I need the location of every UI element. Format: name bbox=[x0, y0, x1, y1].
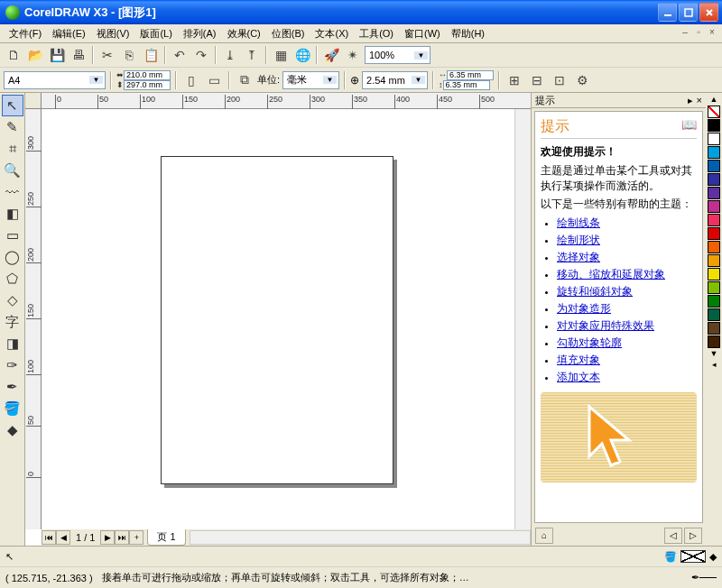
color-swatch[interactable] bbox=[708, 281, 720, 294]
vertical-ruler[interactable]: 300 250 200 150 100 50 0 bbox=[25, 109, 42, 529]
color-swatch[interactable] bbox=[708, 146, 720, 159]
no-fill-swatch[interactable] bbox=[708, 106, 720, 118]
vertical-scrollbar[interactable] bbox=[514, 109, 531, 529]
pick-tool[interactable]: ↖ bbox=[2, 95, 23, 116]
palette-down-icon[interactable]: ▼ bbox=[710, 349, 718, 360]
options-button[interactable]: ⚙ bbox=[572, 70, 592, 90]
polygon-tool[interactable]: ⬠ bbox=[2, 268, 23, 289]
menu-arrange[interactable]: 排列(A) bbox=[178, 25, 222, 42]
zoom-combo[interactable]: ▼ bbox=[365, 46, 430, 64]
redo-button[interactable]: ↷ bbox=[191, 45, 211, 65]
nudge-combo[interactable]: ▼ bbox=[362, 71, 428, 89]
hint-link[interactable]: 勾勒对象轮廓 bbox=[557, 336, 622, 349]
color-swatch[interactable] bbox=[708, 187, 720, 199]
smart-fill-tool[interactable]: ◧ bbox=[2, 203, 23, 225]
book-icon[interactable]: 📖 bbox=[681, 117, 697, 132]
import-button[interactable]: ⤓ bbox=[220, 45, 240, 65]
color-swatch[interactable] bbox=[708, 133, 720, 145]
mdi-restore-icon[interactable]: ▫ bbox=[692, 27, 705, 40]
drawing-page[interactable] bbox=[161, 156, 393, 484]
forward-button[interactable]: ▷ bbox=[684, 528, 702, 544]
open-button[interactable]: 📂 bbox=[25, 45, 45, 65]
corel-online-button[interactable]: 🌐 bbox=[292, 45, 312, 65]
menu-view[interactable]: 视图(V) bbox=[91, 25, 135, 42]
back-button[interactable]: ◁ bbox=[664, 528, 682, 544]
units-combo[interactable]: ▼ bbox=[282, 71, 339, 89]
units-input[interactable] bbox=[287, 75, 323, 86]
save-button[interactable]: 💾 bbox=[47, 45, 67, 65]
nudge-input[interactable] bbox=[366, 75, 412, 86]
paper-size-combo[interactable]: ▼ bbox=[4, 71, 106, 89]
freehand-tool[interactable]: 〰 bbox=[2, 181, 23, 203]
hint-link[interactable]: 移动、缩放和延展对象 bbox=[557, 268, 665, 280]
interactive-blend-tool[interactable]: ◨ bbox=[2, 333, 23, 354]
fill-bucket-icon[interactable]: 🪣 bbox=[664, 551, 677, 563]
snap-icon-2[interactable]: ⊟ bbox=[527, 70, 547, 90]
zoom-tool[interactable]: 🔍 bbox=[2, 160, 23, 181]
bucket-icon[interactable]: ◆ bbox=[709, 551, 717, 563]
prev-page-button[interactable]: ◀ bbox=[56, 530, 70, 545]
crop-tool[interactable]: ⌗ bbox=[2, 138, 23, 160]
color-swatch[interactable] bbox=[708, 335, 720, 348]
undo-button[interactable]: ↶ bbox=[170, 45, 190, 65]
menu-effects[interactable]: 效果(C) bbox=[222, 25, 266, 42]
snap-icon-3[interactable]: ⊡ bbox=[550, 70, 569, 90]
menu-text[interactable]: 文本(X) bbox=[310, 25, 354, 42]
outline-indicator[interactable]: ✒ bbox=[691, 574, 717, 582]
menu-edit[interactable]: 编辑(E) bbox=[47, 25, 91, 42]
color-swatch[interactable] bbox=[708, 200, 720, 213]
hint-link[interactable]: 填充对象 bbox=[557, 354, 600, 366]
panel-menu-icon[interactable]: ▸ bbox=[688, 95, 693, 106]
hint-link[interactable]: 绘制形状 bbox=[557, 234, 600, 246]
paper-size-input[interactable] bbox=[8, 75, 89, 86]
menu-help[interactable]: 帮助(H) bbox=[446, 25, 490, 42]
horizontal-ruler[interactable]: 0 50 100 150 200 250 300 350 400 450 500 bbox=[42, 93, 531, 109]
export-button[interactable]: ⤒ bbox=[242, 45, 262, 65]
page-width-input[interactable] bbox=[124, 70, 171, 80]
hint-link[interactable]: 绘制线条 bbox=[557, 216, 600, 229]
close-button[interactable] bbox=[699, 3, 718, 22]
fill-none-indicator[interactable] bbox=[680, 550, 706, 563]
minimize-button[interactable] bbox=[658, 3, 677, 22]
hints-panel-header[interactable]: 提示 ▸ × bbox=[532, 93, 706, 108]
landscape-button[interactable]: ▭ bbox=[204, 70, 224, 90]
ellipse-tool[interactable]: ◯ bbox=[2, 246, 23, 268]
portrait-button[interactable]: ▯ bbox=[181, 70, 201, 90]
menu-layout[interactable]: 版面(L) bbox=[134, 25, 177, 42]
mdi-close-icon[interactable]: × bbox=[706, 27, 718, 40]
home-button[interactable]: ⌂ bbox=[535, 528, 553, 544]
hint-link[interactable]: 为对象造形 bbox=[557, 302, 611, 315]
zoom-dropdown-icon[interactable]: ▼ bbox=[414, 51, 428, 60]
interactive-fill-tool[interactable]: ◆ bbox=[2, 419, 23, 441]
eyedropper-tool[interactable]: ✑ bbox=[2, 354, 23, 376]
dup-x-input[interactable] bbox=[447, 70, 494, 80]
shape-tool[interactable]: ✎ bbox=[2, 116, 23, 138]
hint-link[interactable]: 对对象应用特殊效果 bbox=[557, 319, 654, 332]
ruler-corner[interactable] bbox=[25, 93, 42, 109]
menu-window[interactable]: 窗口(W) bbox=[399, 25, 446, 42]
horizontal-scrollbar[interactable] bbox=[190, 530, 531, 545]
color-swatch[interactable] bbox=[708, 173, 720, 186]
color-swatch[interactable] bbox=[708, 322, 720, 335]
hint-link[interactable]: 旋转和倾斜对象 bbox=[557, 285, 633, 298]
rocket-icon[interactable]: 🚀 bbox=[321, 45, 341, 65]
maximize-button[interactable] bbox=[679, 3, 698, 22]
zoom-input[interactable] bbox=[369, 50, 414, 60]
chevron-down-icon[interactable]: ▼ bbox=[323, 76, 337, 84]
app-launcher-button[interactable]: ▦ bbox=[271, 45, 291, 65]
mdi-minimize-icon[interactable]: – bbox=[679, 27, 691, 40]
chevron-down-icon[interactable]: ▼ bbox=[89, 76, 103, 84]
hint-link[interactable]: 添加文本 bbox=[557, 371, 600, 383]
next-page-button[interactable]: ▶ bbox=[100, 530, 115, 545]
paste-button[interactable]: 📋 bbox=[141, 45, 161, 65]
color-swatch[interactable] bbox=[708, 295, 720, 308]
menu-tools[interactable]: 工具(O) bbox=[354, 25, 399, 42]
page-tab[interactable]: 页 1 bbox=[147, 529, 185, 546]
outline-tool[interactable]: ✒ bbox=[2, 376, 23, 398]
menu-file[interactable]: 文件(F) bbox=[4, 25, 47, 42]
panel-close-icon[interactable]: × bbox=[697, 95, 702, 106]
snap-icon-1[interactable]: ⊞ bbox=[504, 70, 524, 90]
print-button[interactable]: 🖶 bbox=[69, 45, 88, 65]
dup-y-input[interactable] bbox=[443, 80, 490, 90]
star-icon[interactable]: ✴ bbox=[343, 45, 363, 65]
